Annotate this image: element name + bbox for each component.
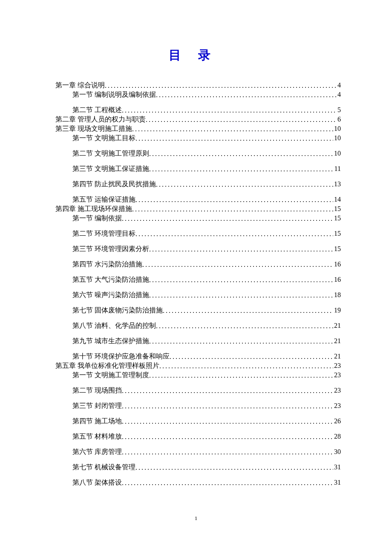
toc-dots xyxy=(149,277,333,283)
toc-entry-page: 15 xyxy=(333,205,341,212)
toc-entry-label: 第三章 现场文明施工措施 xyxy=(55,125,132,132)
toc-entry: 第五节 大气污染防治措施16 xyxy=(72,276,341,283)
toc-entry: 第六节 库房管理30 xyxy=(72,448,341,455)
toc-entry-label: 第三节 环境管理因素分析 xyxy=(72,246,149,252)
toc-entry-page: 4 xyxy=(337,91,341,98)
toc-entry-page: 14 xyxy=(333,196,341,203)
toc-entry-page: 10 xyxy=(333,125,341,132)
toc-entry-label: 第一节 文明施工管理制度 xyxy=(72,372,149,379)
toc-entry-label: 第六节 库房管理 xyxy=(72,448,122,455)
toc-entry-label: 第七节 固体废物污染防治措施 xyxy=(72,307,163,314)
toc-entry-page: 10 xyxy=(333,150,341,157)
toc-dots xyxy=(122,107,337,114)
document-page: 目录 第一章 综合说明4第一节 编制说明及编制依据4第二节 工程概述5第二章 管… xyxy=(0,0,392,486)
toc-entry-page: 28 xyxy=(333,433,341,440)
toc-entry: 第四章 施工现场环保措施15 xyxy=(55,205,341,212)
toc-dots xyxy=(156,92,337,98)
toc-dots xyxy=(122,434,333,440)
toc-dots xyxy=(122,387,333,394)
toc-entry: 第三章 现场文明施工措施10 xyxy=(55,125,341,132)
toc-entry-page: 23 xyxy=(333,387,341,394)
toc-entry: 第二章 管理人员的权力与职责6 xyxy=(55,116,341,123)
toc-entry: 第五章 我单位标准化管理样板照片23 xyxy=(55,362,341,369)
toc-dots xyxy=(105,82,337,89)
toc-entry-label: 第四节 防止扰民及民扰措施 xyxy=(72,181,156,188)
toc-dots xyxy=(149,292,333,299)
toc-entry-label: 第四节 施工场地 xyxy=(72,418,122,425)
toc-entry-page: 4 xyxy=(337,82,341,89)
toc-dots xyxy=(149,372,333,379)
toc-entry-label: 第六节 噪声污染防治措施 xyxy=(72,292,149,298)
toc-entry-page: 13 xyxy=(333,181,341,188)
toc-entry: 第一节 编制说明及编制依据4 xyxy=(72,91,341,98)
toc-entry: 第六节 噪声污染防治措施18 xyxy=(72,292,341,298)
toc-dots xyxy=(122,449,333,456)
toc-entry-label: 第二节 环境管理目标 xyxy=(72,230,135,237)
toc-list: 第一章 综合说明4第一节 编制说明及编制依据4第二节 工程概述5第二章 管理人员… xyxy=(55,82,341,486)
toc-entry: 第一节 文明施工管理制度23 xyxy=(72,372,341,379)
toc-entry-page: 16 xyxy=(333,261,341,268)
toc-entry: 第二节 现场围挡23 xyxy=(72,387,341,394)
toc-entry: 第二节 环境管理目标15 xyxy=(72,230,341,237)
toc-entry-label: 第四节 水污染防治措施 xyxy=(72,261,142,268)
toc-entry-page: 5 xyxy=(337,107,341,113)
toc-entry-page: 11 xyxy=(334,165,341,172)
toc-entry: 第二节 文明施工管理原则10 xyxy=(72,150,341,157)
toc-entry-label: 第四章 施工现场环保措施 xyxy=(55,205,132,212)
toc-entry: 第三节 文明施工保证措施11 xyxy=(72,165,341,172)
toc-entry: 第三节 环境管理因素分析15 xyxy=(72,246,341,252)
toc-entry: 第九节 城市生态保护措施21 xyxy=(72,338,341,344)
toc-entry: 第七节 机械设备管理31 xyxy=(72,464,341,471)
toc-entry: 第一节 编制依据15 xyxy=(72,215,341,222)
toc-dots xyxy=(132,206,333,213)
toc-dots xyxy=(135,231,333,237)
toc-entry-label: 第一节 编制说明及编制依据 xyxy=(72,91,156,98)
toc-entry-page: 10 xyxy=(333,135,341,142)
toc-entry-page: 21 xyxy=(333,353,341,360)
toc-entry-page: 31 xyxy=(333,464,341,471)
toc-dots xyxy=(156,181,333,188)
toc-entry-label: 第二节 工程概述 xyxy=(72,107,122,113)
page-number: 1 xyxy=(0,515,392,522)
toc-dots xyxy=(163,307,333,314)
toc-entry: 第八节 油料、化学品的控制21 xyxy=(72,322,341,329)
toc-dots xyxy=(122,418,333,425)
toc-entry: 第十节 环境保护应急准备和响应21 xyxy=(72,353,341,360)
toc-entry: 第四节 施工场地26 xyxy=(72,418,341,425)
toc-dots xyxy=(135,197,333,203)
toc-dots xyxy=(149,246,333,253)
toc-dots xyxy=(159,363,333,370)
toc-entry-page: 18 xyxy=(333,292,341,298)
toc-entry-page: 15 xyxy=(333,215,341,222)
toc-entry-label: 第八节 架体搭设 xyxy=(72,479,122,486)
toc-entry-label: 第二节 文明施工管理原则 xyxy=(72,150,149,157)
toc-entry-page: 6 xyxy=(337,116,341,123)
toc-entry-label: 第十节 环境保护应急准备和响应 xyxy=(72,353,170,360)
toc-entry: 第五节 运输保证措施14 xyxy=(72,196,341,203)
toc-dots xyxy=(149,150,333,157)
toc-dots xyxy=(122,480,333,486)
toc-entry-label: 第一节 文明施工目标 xyxy=(72,135,135,142)
toc-entry-label: 第五节 材料堆放 xyxy=(72,433,122,440)
toc-entry-page: 26 xyxy=(333,418,341,425)
toc-entry-page: 21 xyxy=(333,322,341,329)
toc-entry: 第三节 封闭管理23 xyxy=(72,402,341,409)
toc-entry: 第七节 固体废物污染防治措施19 xyxy=(72,307,341,314)
toc-entry-page: 16 xyxy=(333,276,341,283)
toc-entry-label: 第九节 城市生态保护措施 xyxy=(72,338,149,344)
toc-dots xyxy=(156,323,333,330)
toc-entry-page: 15 xyxy=(333,246,341,252)
toc-entry-label: 第三节 封闭管理 xyxy=(72,402,122,409)
toc-entry: 第四节 防止扰民及民扰措施13 xyxy=(72,181,341,188)
toc-entry-label: 第五章 我单位标准化管理样板照片 xyxy=(55,362,159,369)
toc-entry-page: 30 xyxy=(333,448,341,455)
toc-entry-page: 31 xyxy=(333,479,341,486)
toc-entry-label: 第五节 大气污染防治措施 xyxy=(72,276,149,283)
toc-entry: 第一节 文明施工目标10 xyxy=(72,135,341,142)
toc-dots xyxy=(149,166,334,173)
toc-entry-label: 第一节 编制依据 xyxy=(72,215,122,222)
toc-entry-page: 23 xyxy=(333,362,341,369)
toc-entry: 第一章 综合说明4 xyxy=(55,82,341,89)
toc-entry: 第八节 架体搭设31 xyxy=(72,479,341,486)
toc-dots xyxy=(122,215,333,222)
